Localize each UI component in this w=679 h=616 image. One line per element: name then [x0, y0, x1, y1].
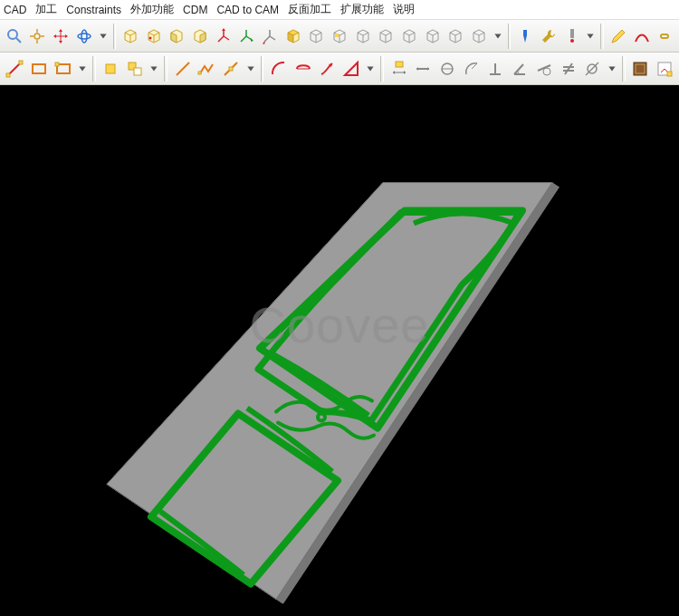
zigzag-icon[interactable] — [196, 57, 218, 81]
svg-point-32 — [543, 68, 550, 75]
tangent-icon[interactable] — [533, 57, 556, 81]
box-wire-2-icon[interactable] — [329, 24, 350, 48]
svg-rect-19 — [134, 68, 141, 75]
rotate-view-icon[interactable] — [73, 24, 95, 48]
probe-icon[interactable] — [561, 24, 583, 48]
dropdown-arrow-icon[interactable] — [606, 57, 618, 81]
svg-rect-41 — [667, 72, 672, 76]
viewport-3d[interactable]: Coovee — [0, 85, 679, 616]
arc-2-icon[interactable] — [292, 57, 314, 81]
toolbar-separator — [164, 56, 167, 82]
line-orange-icon[interactable] — [171, 57, 194, 81]
link-yellow-icon[interactable] — [654, 24, 675, 48]
dim-yellow-icon[interactable] — [387, 57, 410, 81]
box-wire-1-icon[interactable] — [305, 24, 327, 48]
dropdown-arrow-icon[interactable] — [364, 57, 377, 81]
menu-cdm[interactable]: CDM — [183, 4, 207, 16]
toolbar-separator — [92, 56, 96, 82]
menu-help[interactable]: 说明 — [393, 2, 415, 17]
toolbar-separator — [113, 24, 117, 49]
toolbar-row-1 — [0, 20, 679, 53]
toolbars — [0, 20, 679, 85]
svg-line-1 — [16, 38, 21, 43]
dim-line-icon[interactable] — [412, 57, 435, 81]
svg-line-30 — [472, 63, 477, 69]
menu-reverse[interactable]: 反面加工 — [288, 2, 331, 17]
rect-orange-icon[interactable] — [28, 57, 51, 81]
svg-rect-8 — [335, 34, 339, 37]
dropdown-arrow-icon[interactable] — [492, 24, 504, 48]
toolbar-separator — [380, 56, 384, 82]
crosshair-move-icon[interactable] — [50, 24, 72, 48]
dim-circle-icon[interactable] — [436, 57, 459, 81]
svg-line-20 — [177, 63, 189, 75]
rect-yellow-icon[interactable] — [52, 57, 74, 81]
diagonal-icon[interactable] — [220, 57, 243, 81]
door-panel-model — [50, 140, 629, 614]
box-wire-6-icon[interactable] — [422, 24, 444, 48]
menu-extend[interactable]: 扩展功能 — [340, 2, 384, 17]
menu-cad-to-cam[interactable]: CAD to CAM — [216, 4, 279, 16]
axis-blue-icon[interactable] — [259, 24, 281, 48]
box-wire-8-icon[interactable] — [468, 24, 490, 48]
cube-view-4-icon[interactable] — [189, 24, 211, 48]
axis-red-icon[interactable] — [213, 24, 234, 48]
toolbar-separator — [261, 56, 264, 82]
not-equal-icon[interactable] — [557, 57, 579, 81]
zoom-icon[interactable] — [4, 24, 25, 48]
arc-1-icon[interactable] — [267, 57, 290, 81]
menu-machining[interactable]: 加工 — [35, 2, 57, 17]
panel-brown-icon[interactable] — [629, 57, 652, 81]
svg-rect-25 — [396, 62, 403, 67]
arc-3-icon[interactable] — [316, 57, 339, 81]
svg-point-10 — [570, 39, 574, 43]
svg-rect-17 — [106, 64, 115, 73]
prism-yellow-icon[interactable] — [282, 24, 304, 48]
dropdown-arrow-icon[interactable] — [148, 57, 160, 81]
angle-icon[interactable] — [509, 57, 531, 81]
triangle-red-icon[interactable] — [340, 57, 363, 81]
svg-line-35 — [565, 63, 572, 74]
box-wire-3-icon[interactable] — [352, 24, 374, 48]
wrench-icon[interactable] — [538, 24, 559, 48]
toolbar-separator — [508, 24, 512, 49]
svg-rect-23 — [229, 67, 233, 71]
cube-view-2-icon[interactable] — [143, 24, 165, 48]
svg-rect-9 — [570, 29, 574, 38]
box-wire-4-icon[interactable] — [375, 24, 397, 48]
pan-icon[interactable] — [27, 24, 49, 48]
svg-rect-14 — [33, 64, 45, 73]
svg-rect-12 — [6, 73, 10, 77]
tool-blue-icon[interactable] — [514, 24, 536, 48]
menu-addons[interactable]: 外加功能 — [130, 2, 174, 17]
pencil-yellow-icon[interactable] — [607, 24, 629, 48]
dropdown-arrow-icon[interactable] — [244, 57, 257, 81]
svg-point-5 — [78, 34, 91, 39]
toolbar-separator — [600, 24, 604, 49]
axis-green-icon[interactable] — [236, 24, 258, 48]
curve-red-icon[interactable] — [631, 24, 653, 48]
perpendicular-icon[interactable] — [484, 57, 507, 81]
cube-view-1-icon[interactable] — [120, 24, 141, 48]
toolbar-row-2 — [0, 53, 679, 85]
box-wire-5-icon[interactable] — [398, 24, 420, 48]
parallel-icon[interactable] — [581, 57, 604, 81]
svg-point-2 — [34, 34, 40, 39]
dropdown-arrow-icon[interactable] — [584, 24, 597, 48]
dropdown-arrow-icon[interactable] — [97, 24, 110, 48]
svg-rect-16 — [55, 63, 59, 66]
svg-point-6 — [81, 30, 87, 43]
line-red-icon[interactable] — [4, 57, 26, 81]
menu-constraints[interactable]: Constraints — [66, 4, 121, 16]
menubar: CAD 加工 Constraints 外加功能 CDM CAD to CAM 反… — [0, 0, 679, 20]
menu-cad[interactable]: CAD — [4, 4, 26, 16]
square-yellow-icon[interactable] — [100, 57, 122, 81]
toolbar-separator — [622, 56, 626, 82]
dim-radius-icon[interactable] — [460, 57, 483, 81]
properties-icon[interactable] — [653, 57, 675, 81]
cube-view-3-icon[interactable] — [167, 24, 188, 48]
box-wire-7-icon[interactable] — [445, 24, 466, 48]
svg-rect-21 — [198, 72, 201, 74]
dropdown-arrow-icon[interactable] — [76, 57, 89, 81]
squares-icon[interactable] — [124, 57, 147, 81]
